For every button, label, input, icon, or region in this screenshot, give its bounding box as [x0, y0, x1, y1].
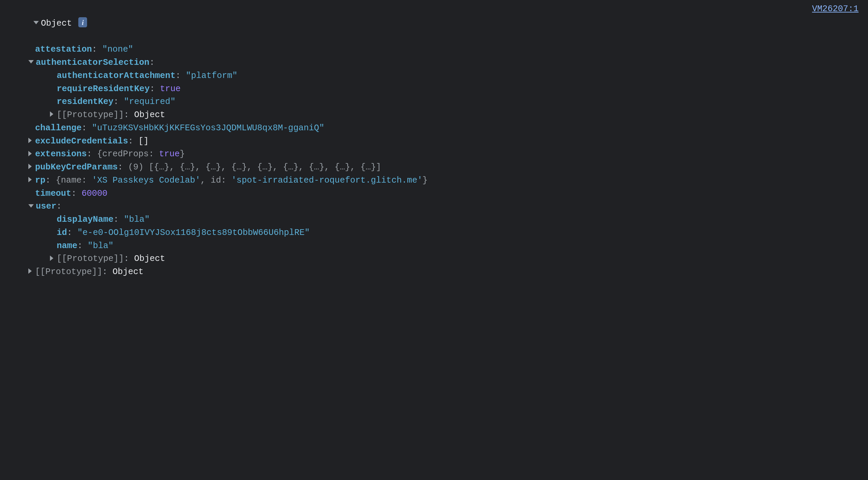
property-value-string: "uTuz9KSVsHbKKjKKFEGsYos3JQDMLWU8qx8M-gg…	[92, 123, 324, 133]
brace-close: }	[180, 149, 185, 159]
array-preview: [{…}, {…}, {…}, {…}, {…}, {…}, {…}, {…},…	[149, 162, 381, 172]
property-key: challenge	[35, 123, 82, 133]
property-key: name	[57, 241, 77, 251]
prop-extensions[interactable]: extensions: {credProps: true}	[0, 148, 868, 161]
prop-prototype[interactable]: [[Prototype]]: Object	[0, 252, 868, 266]
prop-prototype[interactable]: [[Prototype]]: Object	[0, 266, 868, 279]
array-count: (9)	[128, 162, 143, 172]
property-value-object: Object	[134, 110, 165, 120]
chevron-right-icon	[50, 256, 53, 261]
property-value-string: "platform"	[186, 71, 238, 81]
property-key: residentKey	[57, 97, 113, 107]
preview-key: credProps	[102, 149, 149, 159]
prop-require-resident-key[interactable]: requireResidentKey: true	[0, 83, 868, 96]
chevron-down-icon	[33, 21, 39, 24]
property-key: [[Prototype]]	[35, 267, 102, 277]
property-value-number: 60000	[82, 189, 108, 198]
prop-rp[interactable]: rp: {name: 'XS Passkeys Codelab', id: 's…	[0, 174, 868, 187]
object-root-row[interactable]: Object i	[0, 4, 868, 43]
prop-user-name[interactable]: name: "bla"	[0, 240, 868, 253]
property-key: requireResidentKey	[57, 84, 150, 94]
preview-value: 'spot-irradiated-roquefort.glitch.me'	[232, 176, 423, 185]
prop-pub-key-cred-params[interactable]: pubKeyCredParams: (9) [{…}, {…}, {…}, {……	[0, 161, 868, 174]
prop-challenge[interactable]: challenge: "uTuz9KSVsHbKKjKKFEGsYos3JQDM…	[0, 122, 868, 135]
property-key: authenticatorSelection	[36, 58, 150, 68]
property-value-object: Object	[113, 267, 144, 277]
prop-prototype[interactable]: [[Prototype]]: Object	[0, 109, 868, 122]
chevron-right-icon	[28, 138, 32, 143]
property-key: excludeCredentials	[35, 136, 128, 146]
property-key: authenticatorAttachment	[57, 71, 175, 81]
preview-key: name	[61, 176, 82, 185]
property-value-string: "bla"	[88, 241, 114, 251]
prop-resident-key[interactable]: residentKey: "required"	[0, 96, 868, 109]
prop-user-id[interactable]: id: "e-e0-OOlg10IVYJSox1168j8cts89tObbW6…	[0, 226, 868, 240]
chevron-down-icon	[28, 60, 34, 63]
source-link[interactable]: VM26207:1	[812, 3, 859, 16]
brace-close: }	[423, 176, 428, 185]
property-key: [[Prototype]]	[57, 254, 124, 264]
prop-user-display-name[interactable]: displayName: "bla"	[0, 213, 868, 226]
property-key: timeout	[35, 189, 71, 198]
console-output: VM26207:1 Object i attestation: "none" a…	[0, 0, 868, 279]
brace-open: {	[97, 149, 102, 159]
prop-attestation[interactable]: attestation: "none"	[0, 43, 868, 56]
brace-open: {	[56, 176, 61, 185]
property-value-string: "bla"	[124, 215, 150, 224]
property-key: pubKeyCredParams	[35, 162, 118, 172]
chevron-right-icon	[28, 151, 32, 156]
property-key: displayName	[57, 215, 113, 224]
object-root-label: Object	[41, 19, 72, 28]
preview-key: id	[211, 176, 221, 185]
property-value-string: "none"	[102, 45, 133, 54]
prop-timeout[interactable]: timeout: 60000	[0, 187, 868, 201]
prop-user[interactable]: user:	[0, 200, 868, 213]
property-value-object: Object	[134, 254, 165, 264]
prop-authenticator-attachment[interactable]: authenticatorAttachment: "platform"	[0, 70, 868, 83]
chevron-down-icon	[28, 204, 34, 208]
chevron-right-icon	[28, 177, 32, 182]
chevron-right-icon	[50, 111, 53, 117]
property-key: [[Prototype]]	[57, 110, 124, 120]
prop-exclude-credentials[interactable]: excludeCredentials: []	[0, 135, 868, 148]
property-value-boolean: true	[160, 84, 181, 94]
preview-value: 'XS Passkeys Codelab'	[92, 176, 200, 185]
property-value-string: "required"	[124, 97, 175, 107]
property-key: rp	[35, 176, 46, 185]
chevron-right-icon	[28, 268, 32, 274]
prop-authenticator-selection[interactable]: authenticatorSelection:	[0, 56, 868, 70]
info-icon[interactable]: i	[78, 17, 87, 27]
property-key: id	[57, 228, 67, 238]
chevron-right-icon	[28, 164, 32, 169]
preview-value: true	[159, 149, 180, 159]
property-key: attestation	[35, 45, 92, 54]
property-value-array: []	[138, 136, 149, 146]
property-key: extensions	[35, 149, 87, 159]
property-value-string: "e-e0-OOlg10IVYJSox1168j8cts89tObbW66U6h…	[77, 228, 310, 238]
property-key: user	[36, 202, 56, 211]
